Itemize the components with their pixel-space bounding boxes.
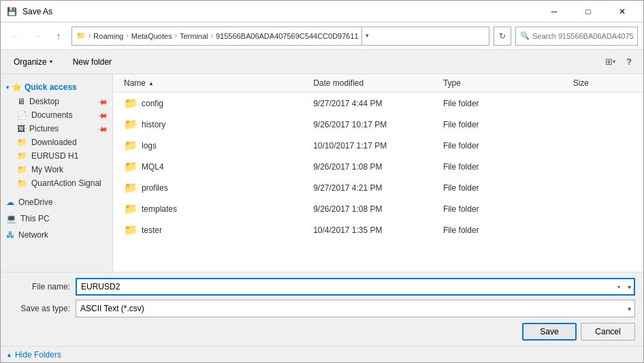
sidebar-mywork-label: My Work <box>31 165 63 174</box>
new-folder-button[interactable]: New folder <box>65 53 119 71</box>
file-name-text: logs <box>142 141 157 151</box>
file-cell-size <box>568 206 638 212</box>
file-cell-date: 9/26/2017 1:08 PM <box>308 159 438 174</box>
file-name-text: config <box>142 99 163 108</box>
maximize-button[interactable]: □ <box>573 1 604 22</box>
back-button[interactable]: ← <box>6 27 24 45</box>
header-date[interactable]: Date modified <box>308 74 438 92</box>
file-cell-size <box>568 122 638 127</box>
filename-input-wrapper: ▾ <box>76 278 635 296</box>
folder-icon: 📁 <box>124 139 138 152</box>
sidebar-desktop-label: Desktop <box>29 97 59 106</box>
save-button[interactable]: Save <box>522 323 577 341</box>
sidebar-item-network[interactable]: 🖧 Network <box>1 228 112 242</box>
address-dropdown-btn[interactable]: ▼ <box>361 27 372 45</box>
quick-access-header[interactable]: ▾ ⭐ Quick access <box>1 80 112 95</box>
file-cell-type: File folder <box>438 223 568 238</box>
organize-button[interactable]: Organize ▾ <box>6 53 60 71</box>
sidebar-eurusd-label: EURUSD H1 <box>31 151 78 161</box>
sidebar-item-onedrive[interactable]: ☁ OneDrive <box>1 195 112 209</box>
sidebar-item-pictures[interactable]: 🖼 Pictures 📌 <box>1 122 112 136</box>
file-cell-type: File folder <box>438 117 568 132</box>
file-cell-date: 9/26/2017 1:08 PM <box>308 202 438 217</box>
file-name-text: profiles <box>142 183 168 193</box>
breadcrumb-guid: 915566BA06ADA407569C544CC0D97611 <box>216 32 359 40</box>
sidebar-item-mywork[interactable]: 📁 My Work <box>1 163 112 176</box>
refresh-button[interactable]: ↻ <box>494 27 511 46</box>
file-cell-size <box>568 227 638 233</box>
sidebar-item-eurusd[interactable]: 📁 EURUSD H1 <box>1 149 112 163</box>
save-as-dialog: 💾 Save As ─ □ ✕ ← → ↑ 📁 › Roaming › Meta… <box>0 0 644 363</box>
sidebar-documents-label: Documents <box>31 110 73 120</box>
cancel-button[interactable]: Cancel <box>581 323 635 341</box>
header-type[interactable]: Type <box>438 74 568 92</box>
file-cell-size <box>568 101 638 106</box>
dialog-icon: 💾 <box>6 6 17 17</box>
sidebar-item-thispc[interactable]: 💻 This PC <box>1 212 112 225</box>
pictures-icon: 🖼 <box>17 124 25 133</box>
file-name-text: tester <box>142 225 162 235</box>
up-button[interactable]: ↑ <box>50 27 67 45</box>
new-folder-label: New folder <box>73 57 112 67</box>
network-icon: 🖧 <box>6 230 14 240</box>
minimize-button[interactable]: ─ <box>538 1 570 22</box>
search-bar[interactable]: 🔍 <box>515 27 638 46</box>
file-cell-name: 📁 config <box>118 94 308 112</box>
file-cell-date: 10/10/2017 1:17 PM <box>308 138 438 153</box>
view-dropdown-icon: ▾ <box>613 59 615 65</box>
filetype-select[interactable]: ASCII Text (*.csv) <box>76 300 635 317</box>
desktop-icon: 🖥 <box>17 97 25 106</box>
file-cell-name: 📁 MQL4 <box>118 157 308 176</box>
sidebar-onedrive-label: OneDrive <box>18 198 53 207</box>
sidebar-item-downloaded[interactable]: 📁 Downloaded <box>1 136 112 149</box>
file-name-text: history <box>142 120 165 129</box>
eurusd-icon: 📁 <box>17 151 27 161</box>
table-row[interactable]: 📁 profiles 9/27/2017 4:21 PM File folder <box>113 177 643 198</box>
title-bar-left: 💾 Save As <box>6 6 52 17</box>
sidebar-item-documents[interactable]: 📄 Documents 📌 <box>1 108 112 122</box>
file-cell-date: 9/27/2017 4:44 PM <box>308 96 438 111</box>
file-cell-date: 10/4/2017 1:35 PM <box>308 223 438 238</box>
nav-bar: ← → ↑ 📁 › Roaming › MetaQuotes › Termina… <box>1 22 643 50</box>
file-cell-name: 📁 history <box>118 115 308 133</box>
hide-folders-chevron: ▲ <box>6 351 12 358</box>
file-cell-type: File folder <box>438 202 568 217</box>
table-row[interactable]: 📁 tester 10/4/2017 1:35 PM File folder <box>113 219 643 240</box>
address-bar[interactable]: 📁 › Roaming › MetaQuotes › Terminal › 91… <box>71 27 489 46</box>
table-row[interactable]: 📁 history 9/26/2017 10:17 PM File folder <box>113 114 643 135</box>
pin-icon-pictures: 📌 <box>97 123 108 134</box>
table-row[interactable]: 📁 config 9/27/2017 4:44 PM File folder <box>113 93 643 114</box>
view-icon: ⊞ <box>605 57 613 67</box>
header-name[interactable]: Name ▲ <box>118 74 308 92</box>
help-button[interactable]: ? <box>620 53 638 71</box>
table-row[interactable]: 📁 MQL4 9/26/2017 1:08 PM File folder <box>113 156 643 177</box>
file-list-header: Name ▲ Date modified Type Size <box>113 74 643 93</box>
folder-icon: 📁 <box>124 160 138 173</box>
table-row[interactable]: 📁 templates 9/26/2017 1:08 PM File folde… <box>113 198 643 219</box>
table-row[interactable]: 📁 logs 10/10/2017 1:17 PM File folder <box>113 135 643 156</box>
folder-icon: 📁 <box>124 223 138 236</box>
hide-folders-bar[interactable]: ▲ Hide Folders <box>1 346 643 362</box>
thispc-icon: 💻 <box>6 214 16 223</box>
filename-input[interactable] <box>76 278 635 296</box>
dialog-title: Save As <box>22 7 52 16</box>
close-button[interactable]: ✕ <box>607 1 638 22</box>
quick-access-label: ⭐ <box>12 82 22 92</box>
title-bar: 💾 Save As ─ □ ✕ <box>1 1 643 22</box>
filetype-label: Save as type: <box>9 304 70 313</box>
sidebar-item-quantaction[interactable]: 📁 QuantAction Signal <box>1 176 112 190</box>
view-button[interactable]: ⊞ ▾ <box>601 53 619 71</box>
documents-icon: 📄 <box>17 110 27 120</box>
sidebar-item-desktop[interactable]: 🖥 Desktop 📌 <box>1 95 112 108</box>
mywork-icon: 📁 <box>17 165 27 174</box>
filetype-select-wrapper: ASCII Text (*.csv) <box>76 300 635 317</box>
sidebar-network-label: Network <box>18 230 48 240</box>
quantaction-icon: 📁 <box>17 178 27 188</box>
folder-icon: 📁 <box>124 118 138 131</box>
header-name-sort: ▲ <box>148 80 154 86</box>
downloaded-icon: 📁 <box>17 138 27 147</box>
search-input[interactable] <box>532 32 633 40</box>
header-size[interactable]: Size <box>568 74 638 92</box>
forward-button[interactable]: → <box>28 27 46 45</box>
bottom-buttons: Save Cancel <box>9 321 635 341</box>
